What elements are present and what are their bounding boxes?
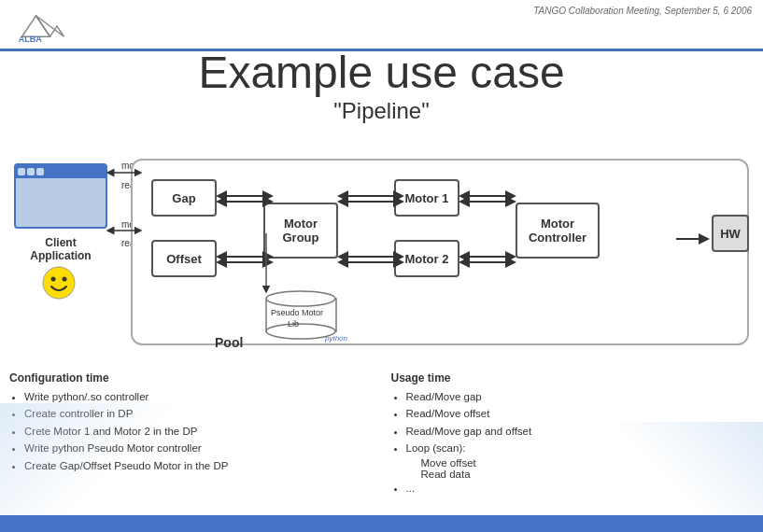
- client-app-box: [14, 163, 107, 229]
- svg-text:Pseudo Motor: Pseudo Motor: [271, 308, 323, 317]
- conference-text: TANGO Collaboration Meeting, September 5…: [533, 6, 752, 16]
- diagram-area: move read move read Client Application: [9, 145, 754, 364]
- header: ALBA TANGO Collaboration Meeting, Septem…: [0, 0, 763, 51]
- arrow-motorgroup-motor1: [338, 189, 403, 207]
- main-title: Example use case: [0, 49, 763, 98]
- titlebar-btn-1: [18, 168, 25, 175]
- svg-point-4: [51, 277, 56, 282]
- usage-item-2: Read/Move offset: [406, 405, 755, 422]
- motor1-box: Motor 1: [394, 179, 459, 217]
- title-area: Example use case "Pipeline": [0, 49, 763, 124]
- footer-bar: [0, 515, 763, 532]
- arrow-motor1-ctrl: [459, 189, 525, 207]
- offset-box: Offset: [151, 240, 217, 277]
- arrow-gap-motorgroup: [217, 189, 273, 207]
- motor2-box: Motor 2: [394, 240, 459, 277]
- svg-point-5: [63, 277, 67, 282]
- arrow-client-offset: [110, 224, 143, 238]
- svg-marker-0: [22, 15, 50, 36]
- arrow-motor2-ctrl: [459, 249, 525, 268]
- titlebar: [16, 165, 106, 178]
- bg-decoration-right: [595, 422, 763, 515]
- motor-controller-box: MotorController: [516, 203, 600, 259]
- client-app-label: Client Application: [14, 236, 107, 263]
- pool-area: Pseudo Motor Lib python Pool: [187, 289, 420, 350]
- pool-label: Pool: [215, 335, 243, 350]
- svg-text:Lib: Lib: [288, 319, 299, 329]
- arrow-down-to-pool: [238, 233, 294, 308]
- svg-text:ALBA: ALBA: [19, 35, 42, 44]
- svg-marker-1: [36, 15, 64, 36]
- alba-logo: ALBA: [15, 7, 71, 45]
- titlebar-btn-3: [36, 168, 44, 175]
- smiley-icon: [42, 266, 76, 300]
- svg-point-3: [43, 267, 75, 299]
- arrow-client-gap: [110, 166, 143, 180]
- config-heading: Configuration time: [9, 371, 373, 385]
- hw-box: HW: [712, 215, 749, 252]
- arrow-motorgroup-motor2: [338, 249, 403, 268]
- sub-title: "Pipeline": [0, 98, 763, 124]
- svg-text:python: python: [324, 334, 348, 343]
- bg-decoration-left: [0, 403, 187, 515]
- titlebar-btn-2: [27, 168, 35, 175]
- gap-box: Gap: [151, 179, 217, 217]
- arrow-ctrl-hw: [676, 231, 709, 250]
- usage-item-1: Read/Move gap: [406, 388, 755, 405]
- usage-heading: Usage time: [391, 371, 755, 385]
